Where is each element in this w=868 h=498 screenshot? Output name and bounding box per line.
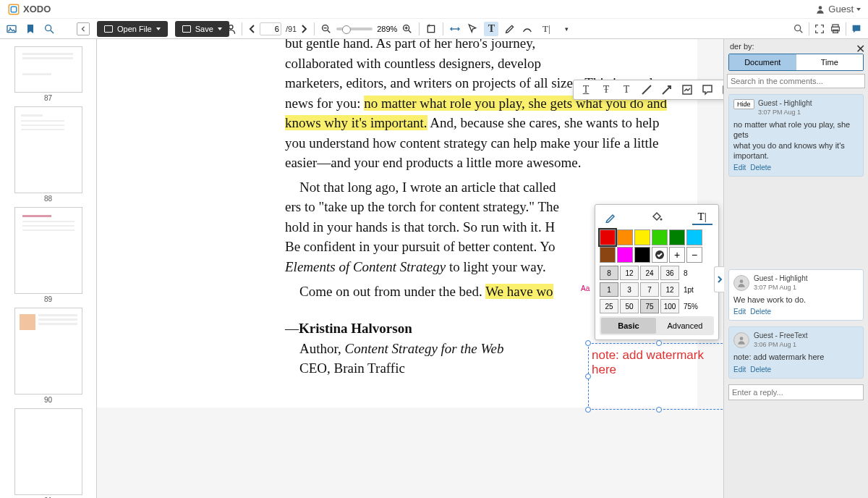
color-swatch[interactable] — [634, 229, 650, 245]
open-file-button[interactable]: Open File — [97, 21, 168, 37]
color-swatch[interactable] — [634, 247, 650, 263]
color-swatch[interactable] — [669, 229, 685, 245]
size-option[interactable]: 25 — [600, 299, 618, 313]
search-icon[interactable] — [43, 23, 55, 35]
resize-handle[interactable] — [585, 340, 591, 346]
delete-link[interactable]: Delete — [750, 308, 771, 316]
comment-item[interactable]: Guest - FreeText 3:06 PM Aug 1 note: add… — [728, 326, 864, 378]
annotation-toolbar[interactable]: T Ŧ T — [573, 80, 723, 100]
delete-link[interactable]: Delete — [750, 164, 771, 172]
comments-icon[interactable] — [851, 23, 862, 35]
prev-page-icon[interactable] — [248, 24, 255, 34]
comment-body: no matter what role you play, she gets w… — [733, 119, 859, 161]
page-thumbnail[interactable] — [14, 106, 82, 193]
draw-icon[interactable] — [522, 23, 533, 35]
size-option[interactable]: 3 — [620, 282, 639, 297]
color-confirm-button[interactable] — [652, 247, 668, 263]
hide-comment-button[interactable]: Hide — [733, 99, 754, 109]
underline-tool-icon[interactable]: T — [579, 83, 592, 96]
add-user-icon[interactable] — [224, 23, 236, 35]
tool-dropdown[interactable]: ▾ — [559, 22, 574, 36]
text-tab[interactable]: T| — [692, 209, 712, 225]
color-swatch[interactable] — [686, 229, 702, 245]
edit-link[interactable]: Edit — [733, 308, 746, 316]
fill-tab[interactable] — [601, 209, 621, 225]
color-swatch[interactable] — [617, 229, 633, 245]
print-icon[interactable] — [830, 23, 841, 35]
size-option[interactable]: 12 — [660, 282, 679, 297]
resize-handle[interactable] — [585, 374, 591, 379]
color-swatch[interactable] — [600, 247, 616, 263]
zoom-slider[interactable] — [336, 28, 373, 30]
page-thumbnail[interactable] — [14, 207, 82, 294]
select-icon[interactable] — [467, 23, 478, 35]
color-swatch[interactable] — [617, 247, 633, 263]
resize-handle[interactable] — [656, 407, 662, 413]
arrow-tool-icon[interactable] — [660, 83, 673, 96]
edit-link[interactable]: Edit — [733, 366, 746, 374]
size-option[interactable]: 1 — [600, 282, 618, 297]
zoom-in-icon[interactable] — [401, 23, 413, 35]
size-option[interactable]: 12 — [620, 266, 639, 280]
page-thumbnail[interactable] — [14, 308, 82, 394]
fullscreen-icon[interactable] — [814, 23, 825, 35]
text-tool-button[interactable]: T — [484, 22, 498, 36]
size-option[interactable]: 8 — [600, 266, 618, 280]
svg-line-25 — [663, 87, 670, 94]
save-button[interactable]: Save — [175, 21, 229, 37]
comments-search — [727, 74, 865, 88]
signature-tool-icon[interactable] — [681, 83, 694, 96]
zoom-out-icon[interactable] — [320, 23, 332, 35]
size-option[interactable]: 100 — [660, 299, 679, 313]
pan-icon[interactable] — [449, 23, 461, 35]
size-option[interactable]: 24 — [640, 266, 659, 280]
note-tool-icon[interactable] — [701, 83, 714, 96]
thumbnail-sidebar[interactable]: 87 88 89 90 91 — [0, 39, 97, 498]
strikeout-tool-icon[interactable]: Ŧ — [600, 83, 613, 96]
color-remove-button[interactable]: − — [686, 247, 702, 263]
color-add-button[interactable]: + — [669, 247, 685, 263]
comment-item[interactable]: Hide Hide Guest - Highlight 3:07 PM Aug … — [728, 94, 864, 177]
comment-item[interactable]: Guest - Highlight 3:07 PM Aug 1 We have … — [728, 269, 864, 321]
edit-icon[interactable] — [504, 23, 516, 35]
next-page-icon[interactable] — [301, 24, 308, 34]
user-menu[interactable]: Guest — [815, 4, 861, 14]
basic-mode-button[interactable]: Basic — [601, 318, 656, 334]
delete-link[interactable]: Delete — [750, 366, 771, 374]
size-option[interactable]: 36 — [660, 266, 679, 280]
text-format-popup[interactable]: Aa T| + − 8 — [595, 204, 719, 340]
search-doc-icon[interactable] — [793, 23, 804, 35]
stroke-tab[interactable] — [647, 209, 667, 225]
document-viewport[interactable]: but gentle hand. As part of her hero's j… — [97, 39, 723, 498]
squiggly-tool-icon[interactable]: T — [620, 83, 633, 96]
thumbnail-label: 90 — [0, 396, 96, 404]
highlight-annotation[interactable]: We have wo — [485, 284, 553, 299]
size-option[interactable]: 7 — [640, 282, 659, 297]
bookmark-icon[interactable] — [25, 23, 36, 35]
color-palette: + − — [600, 229, 714, 263]
tab-document[interactable]: Document — [729, 54, 796, 70]
size-option[interactable]: 75 — [640, 299, 659, 313]
resize-handle[interactable] — [585, 407, 591, 413]
page-thumbnail[interactable] — [14, 46, 82, 93]
close-panel-icon[interactable]: ✕ — [856, 42, 865, 56]
image-icon[interactable] — [6, 23, 17, 35]
freetext-tool-button[interactable]: T| — [539, 22, 553, 36]
comments-search-input[interactable] — [727, 74, 865, 88]
freetext-annotation[interactable]: note: add watermark here — [588, 343, 723, 410]
color-swatch[interactable] — [600, 229, 616, 245]
resize-handle[interactable] — [656, 340, 662, 346]
rotate-icon[interactable] — [425, 23, 437, 35]
collapse-comments-button[interactable] — [714, 266, 724, 292]
collapse-sidebar-button[interactable] — [77, 22, 90, 35]
tab-time[interactable]: Time — [796, 54, 864, 70]
edit-link[interactable]: Edit — [733, 164, 746, 172]
line-tool-icon[interactable] — [640, 83, 653, 96]
color-swatch[interactable] — [652, 229, 668, 245]
reply-input[interactable] — [728, 384, 864, 400]
size-option[interactable]: 50 — [620, 299, 639, 313]
page-number-input[interactable] — [260, 22, 281, 35]
page-thumbnail[interactable] — [14, 408, 82, 495]
zoom-controls: 289% — [320, 23, 413, 35]
advanced-mode-button[interactable]: Advanced — [658, 318, 712, 334]
